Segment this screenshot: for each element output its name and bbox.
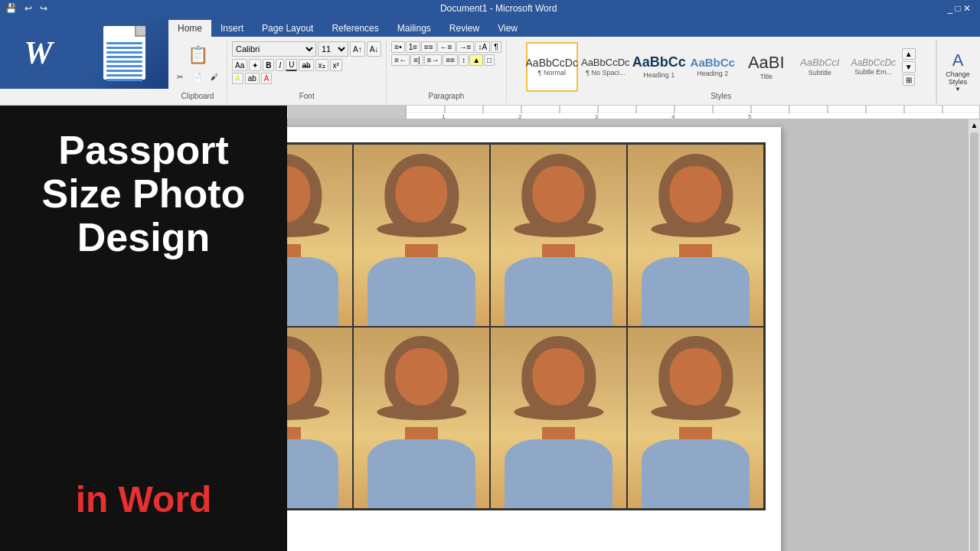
person-face-8 <box>669 348 721 406</box>
person-photo-4 <box>628 145 763 326</box>
decrease-indent-btn[interactable]: ←≡ <box>437 41 456 53</box>
styles-scroll-down[interactable]: ▼ <box>902 61 916 73</box>
style-subtitle[interactable]: AaBbCcI Subtitle <box>794 42 846 92</box>
style-h2-label: Heading 2 <box>697 70 728 77</box>
doc-lines <box>106 40 142 83</box>
person-face-3 <box>532 166 584 223</box>
style-title-label: Title <box>760 73 773 80</box>
style-subtle-em-preview: AaBbCcDc <box>851 57 896 68</box>
text-highlight-btn[interactable]: A <box>232 73 243 84</box>
photo-cell-7 <box>490 327 627 510</box>
svg-text:2: 2 <box>518 113 522 119</box>
styles-group-label: Styles <box>710 92 731 102</box>
person-shirt-4 <box>642 257 750 326</box>
tab-references[interactable]: References <box>322 20 387 37</box>
person-face-4 <box>669 166 721 223</box>
tab-home[interactable]: Home <box>168 20 211 37</box>
underline-btn[interactable]: U <box>286 59 297 71</box>
paste-btn[interactable]: 📋 <box>181 41 215 69</box>
tab-review[interactable]: Review <box>440 20 488 37</box>
strikethrough2-btn[interactable]: ab <box>245 73 260 84</box>
change-case-btn[interactable]: Aa <box>232 59 247 71</box>
photo-cell-8 <box>627 327 764 510</box>
change-styles-button[interactable]: A ChangeStyles ▼ <box>936 40 978 103</box>
scroll-thumb[interactable] <box>970 132 978 551</box>
undo-btn[interactable]: ↩ <box>22 2 34 15</box>
align-center-btn[interactable]: ≡| <box>410 54 423 66</box>
svg-text:3: 3 <box>595 113 599 119</box>
change-styles-label: ChangeStyles <box>946 70 970 86</box>
overlay-subtitle: in Word <box>76 478 212 520</box>
tab-view[interactable]: View <box>488 20 527 37</box>
styles-scroll-up[interactable]: ▲ <box>902 48 916 60</box>
paragraph-group-label: Paragraph <box>429 92 465 102</box>
person-shirt-7 <box>505 439 613 508</box>
overlay-title: PassportSize PhotoDesign <box>42 129 246 260</box>
multilevel-btn[interactable]: ≡≡ <box>421 41 436 53</box>
styles-more[interactable]: ⊞ <box>903 74 915 86</box>
clear-format-btn[interactable]: ✦ <box>249 59 261 71</box>
sort-btn[interactable]: ↕A <box>475 41 490 53</box>
style-title[interactable]: AaBI Title <box>740 42 792 92</box>
window-controls[interactable]: _ □ ✕ <box>947 3 971 14</box>
style-subtle-em-label: Subtle Em... <box>854 68 892 76</box>
word-w-logo: W <box>19 30 57 76</box>
style-subtitle-preview: AaBbCcI <box>800 57 839 69</box>
style-heading2[interactable]: AaBbCc Heading 2 <box>687 42 739 92</box>
save-btn[interactable]: 💾 <box>3 2 19 15</box>
person-photo-3 <box>491 145 626 326</box>
tab-insert[interactable]: Insert <box>211 20 253 37</box>
style-no-spacing[interactable]: AaBbCcDc ¶ No Spaci... <box>580 42 632 92</box>
borders-btn[interactable]: □ <box>484 54 495 66</box>
person-shirt-8 <box>642 439 750 508</box>
redo-btn[interactable]: ↪ <box>38 2 50 15</box>
line-spacing-btn[interactable]: ↕ <box>459 54 469 66</box>
tab-mailings[interactable]: Mailings <box>388 20 440 37</box>
font-name-select[interactable]: Calibri <box>232 41 316 57</box>
person-shirt-6 <box>368 439 476 508</box>
person-photo-8 <box>628 328 763 509</box>
style-h1-preview: AaBbCc <box>632 54 686 71</box>
title-bar-text: Document1 - Microsoft Word <box>53 3 944 14</box>
strikethrough-btn[interactable]: ab <box>299 59 313 71</box>
justify-btn[interactable]: ≡≡ <box>443 54 458 66</box>
shading-btn[interactable]: ▲ <box>469 54 483 66</box>
vertical-scrollbar[interactable]: ▲ ▼ <box>969 119 980 551</box>
increase-indent-btn[interactable]: →≡ <box>456 41 475 53</box>
clipboard-group: 📋 ✂ 📄 🖌 Clipboard <box>168 40 227 103</box>
tab-page-layout[interactable]: Page Layout <box>253 20 322 37</box>
photo-cell-4 <box>627 144 764 327</box>
style-no-spacing-label: ¶ No Spaci... <box>586 69 625 77</box>
bullets-btn[interactable]: ≡• <box>391 41 404 53</box>
photo-grid <box>214 142 766 510</box>
person-face-6 <box>395 348 447 406</box>
style-subtle-em[interactable]: AaBbCcDc Subtle Em... <box>848 42 900 92</box>
person-photo-7 <box>491 328 626 509</box>
copy-btn[interactable]: 📄 <box>188 70 205 83</box>
italic-btn[interactable]: I <box>276 59 284 71</box>
style-normal-label: ¶ Normal <box>538 69 566 77</box>
style-title-preview: AaBI <box>748 53 785 73</box>
change-styles-arrow: ▼ <box>955 86 961 93</box>
person-head-2 <box>384 154 459 235</box>
decrease-font-btn[interactable]: A↓ <box>367 41 382 57</box>
overlay-black-bg: PassportSize PhotoDesign in Word <box>0 106 287 551</box>
increase-font-btn[interactable]: A↑ <box>350 41 365 57</box>
font-color-btn[interactable]: A <box>261 73 273 84</box>
photo-cell-6 <box>353 327 490 510</box>
align-left-btn[interactable]: ≡← <box>391 54 410 66</box>
font-size-select[interactable]: 11 <box>318 41 348 57</box>
bold-btn[interactable]: B <box>263 59 274 71</box>
numbering-btn[interactable]: 1≡ <box>406 41 420 53</box>
person-head-6 <box>384 336 459 417</box>
person-photo-2 <box>354 145 489 326</box>
format-painter-btn[interactable]: 🖌 <box>207 70 222 83</box>
show-hide-btn[interactable]: ¶ <box>491 41 501 53</box>
align-right-btn[interactable]: ≡→ <box>424 54 443 66</box>
style-heading1[interactable]: AaBbCc Heading 1 <box>633 42 685 92</box>
style-normal[interactable]: AaBbCcDc ¶ Normal <box>526 42 578 92</box>
superscript-btn[interactable]: x² <box>330 59 342 71</box>
subscript-btn[interactable]: x₂ <box>315 59 328 71</box>
scroll-up-btn[interactable]: ▲ <box>969 119 980 131</box>
cut-btn[interactable]: ✂ <box>173 70 187 83</box>
